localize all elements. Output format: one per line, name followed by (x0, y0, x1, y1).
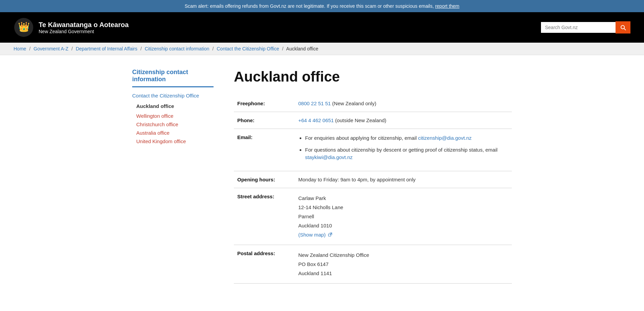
external-link-icon (328, 232, 332, 237)
search-area (541, 21, 630, 34)
postal-line-2: PO Box 6147 (298, 260, 508, 269)
postal-line-3: Auckland 1141 (298, 269, 508, 278)
breadcrumb-current: Auckland office (286, 46, 318, 51)
svg-text:👑: 👑 (18, 21, 30, 32)
opening-hours-label: Opening hours: (234, 171, 295, 188)
address-line-4: Auckland 1010 (298, 221, 508, 230)
freephone-value: 0800 22 51 51 (New Zealand only) (295, 95, 512, 112)
email-label: Email: (234, 129, 295, 171)
opening-hours-value: Monday to Friday: 9am to 4pm, by appoint… (295, 171, 512, 188)
email-item-1: For enquiries about applying for citizen… (305, 134, 508, 142)
freephone-label: Freephone: (234, 95, 295, 112)
breadcrumb-citizenship-contact[interactable]: Citizenship contact information (145, 46, 209, 51)
email-citizenship-link[interactable]: citizenship@dia.govt.nz (418, 135, 472, 141)
map-link-container: (Show map) (298, 230, 508, 239)
postal-address-block: New Zealand Citizenship Office PO Box 61… (298, 250, 508, 278)
email-item-2: For questions about citizenship by desce… (305, 146, 508, 161)
street-address-row: Street address: Carlaw Park 12-14 Nichol… (234, 188, 512, 245)
postal-address-label: Postal address: (234, 245, 295, 283)
show-map-link[interactable]: (Show map) (298, 232, 332, 238)
search-input[interactable] (541, 22, 616, 33)
sidebar-title: Citizenship contact information (132, 69, 214, 87)
email-row: Email: For enquiries about applying for … (234, 129, 512, 171)
breadcrumb-home[interactable]: Home (14, 46, 26, 51)
street-address-label: Street address: (234, 188, 295, 245)
logo-text: Te Kāwanatanga o Aotearoa New Zealand Go… (39, 21, 129, 34)
page-title: Auckland office (234, 69, 512, 85)
freephone-row: Freephone: 0800 22 51 51 (New Zealand on… (234, 95, 512, 112)
postal-address-value: New Zealand Citizenship Office PO Box 61… (295, 245, 512, 283)
opening-hours-row: Opening hours: Monday to Friday: 9am to … (234, 171, 512, 188)
nz-crest-icon: 👑 (14, 17, 34, 38)
phone-link[interactable]: +64 4 462 0651 (298, 117, 334, 123)
sidebar-christchurch[interactable]: Christchurch office (132, 120, 214, 129)
sidebar: Citizenship contact information Contact … (132, 69, 214, 284)
street-address-block: Carlaw Park 12-14 Nicholls Lane Parnell … (298, 194, 508, 239)
postal-address-row: Postal address: New Zealand Citizenship … (234, 245, 512, 283)
postal-line-1: New Zealand Citizenship Office (298, 250, 508, 260)
site-header: 👑 Te Kāwanatanga o Aotearoa New Zealand … (0, 12, 644, 43)
email-item-1-prefix: For enquiries about applying for citizen… (305, 135, 418, 141)
breadcrumb-dia[interactable]: Department of Internal Affairs (76, 46, 137, 51)
street-address-value: Carlaw Park 12-14 Nicholls Lane Parnell … (295, 188, 512, 245)
phone-label: Phone: (234, 112, 295, 129)
breadcrumb: Home / Government A-Z / Department of In… (0, 43, 644, 55)
phone-value: +64 4 462 0651 (outside New Zealand) (295, 112, 512, 129)
content-area: Auckland office Freephone: 0800 22 51 51… (234, 69, 512, 284)
email-value: For enquiries about applying for citizen… (295, 129, 512, 171)
logo-english-name: New Zealand Government (39, 29, 129, 34)
logo-area: 👑 Te Kāwanatanga o Aotearoa New Zealand … (14, 17, 129, 38)
sidebar-uk[interactable]: United Kingdom office (132, 137, 214, 146)
logo-maori-name: Te Kāwanatanga o Aotearoa (39, 21, 129, 29)
breadcrumb-government-az[interactable]: Government A-Z (34, 46, 68, 51)
sidebar-australia[interactable]: Australia office (132, 129, 214, 137)
alert-link[interactable]: report them (435, 3, 460, 9)
phone-row: Phone: +64 4 462 0651 (outside New Zeala… (234, 112, 512, 129)
breadcrumb-contact-office[interactable]: Contact the Citizenship Office (217, 46, 279, 51)
main-container: Citizenship contact information Contact … (119, 55, 525, 297)
sidebar-parent-link[interactable]: Contact the Citizenship Office (132, 93, 214, 98)
sidebar-wellington[interactable]: Wellington office (132, 112, 214, 120)
address-line-3: Parnell (298, 212, 508, 221)
freephone-link[interactable]: 0800 22 51 51 (298, 101, 331, 106)
search-icon (620, 24, 626, 31)
email-item-2-prefix: For questions about citizenship by desce… (305, 147, 498, 153)
info-table: Freephone: 0800 22 51 51 (New Zealand on… (234, 95, 512, 284)
search-button[interactable] (616, 21, 630, 34)
address-line-2: 12-14 Nicholls Lane (298, 203, 508, 212)
sidebar-current-item: Auckland office (132, 103, 214, 109)
email-staykiwi-link[interactable]: staykiwi@dia.govt.nz (305, 154, 353, 160)
alert-banner: Scam alert: emails offering refunds from… (0, 0, 644, 12)
alert-text: Scam alert: emails offering refunds from… (185, 3, 435, 9)
phone-note: (outside New Zealand) (335, 117, 386, 123)
address-line-1: Carlaw Park (298, 194, 508, 203)
freephone-note: (New Zealand only) (332, 101, 376, 106)
